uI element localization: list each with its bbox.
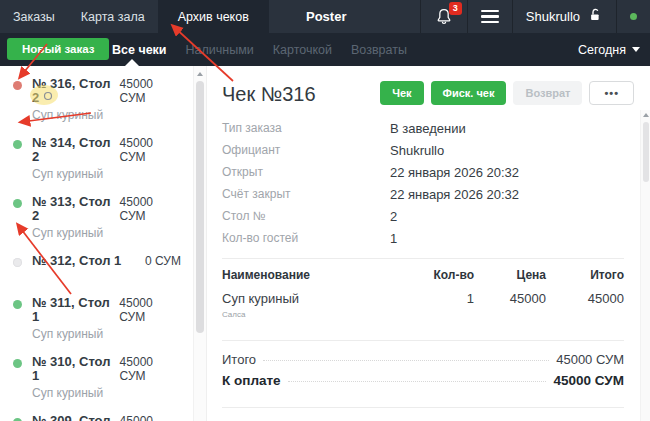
summary-row: К оплате 45000 СУМ: [222, 373, 624, 394]
receipt-info-row: Стол № 2: [222, 205, 624, 227]
scroll-up-arrow-icon[interactable]: [197, 72, 203, 76]
item-total: 45000: [546, 291, 624, 306]
receipt-number: № 310, Стол 1: [32, 355, 120, 383]
chevron-down-icon: [632, 47, 640, 52]
receipt-detail-scrollbar[interactable]: [640, 110, 650, 421]
receipt-status-dot: [13, 199, 22, 208]
more-options-button[interactable]: •••: [589, 81, 634, 105]
receipt-action-buttons: Чек Фиск. чек Возврат •••: [380, 81, 634, 105]
scrollbar-thumb[interactable]: [196, 81, 204, 333]
receipt-info-row: Кол-во гостей 1: [222, 227, 624, 249]
column-header-name: Наименование: [222, 268, 412, 282]
receipt-amount: 45000 СУМ: [120, 195, 181, 223]
receipt-list-item[interactable]: № 311, Стол 1 45000 СУМ Суп куриный: [0, 289, 191, 348]
receipt-number: № 312, Стол 1: [32, 254, 121, 268]
receipt-list-item[interactable]: № 309, Стол 1 45000 СУМ Суп куриный: [0, 407, 191, 421]
item-qty: 1: [412, 291, 474, 306]
active-filter-pointer: [125, 59, 139, 66]
receipt-number: № 309, Стол 1: [32, 414, 120, 421]
receipt-list-item[interactable]: № 316, Стол 2 45000 СУМ Суп куриный: [0, 70, 191, 129]
receipt-amount: 45000 СУМ: [120, 414, 181, 421]
receipt-status-dot: [13, 300, 22, 309]
items-table-header: Наименование Кол-во Цена Итого: [222, 268, 624, 282]
content-area: № 316, Стол 2 45000 СУМ Суп куриный № 31…: [0, 66, 650, 421]
info-value: 22 января 2026 20:32: [390, 187, 519, 202]
hamburger-menu-icon: [481, 10, 499, 24]
fiscal-check-button[interactable]: Фиск. чек: [431, 81, 507, 105]
summary-value: 45000 СУМ: [553, 373, 624, 388]
payment-section: Оплата Наличными 45000 СУМ: [222, 407, 624, 421]
item-modifier: Салса: [222, 310, 624, 319]
info-value: 22 января 2026 20:32: [390, 165, 519, 180]
receipt-list-item[interactable]: № 310, Стол 1 45000 СУМ Суп куриный: [0, 348, 191, 407]
receipt-list-panel: № 316, Стол 2 45000 СУМ Суп куриный № 31…: [0, 66, 207, 421]
receipt-detail-panel: Чек №316 Чек Фиск. чек Возврат ••• Тип з…: [207, 66, 650, 421]
info-label: Официант: [222, 143, 390, 157]
main-nav-tabs: ЗаказыКарта залаАрхив чеков: [0, 0, 269, 33]
receipt-list-item[interactable]: № 314, Стол 2 45000 СУМ Суп куриный: [0, 129, 191, 188]
item-name: Суп куриный: [222, 291, 412, 306]
topbar-tab[interactable]: Карта зала: [68, 0, 158, 33]
summary-label: К оплате: [222, 373, 281, 388]
new-order-button[interactable]: Новый заказ: [7, 38, 109, 60]
poster-logo: Poster: [306, 0, 346, 33]
receipt-number: № 311, Стол 1: [32, 296, 119, 324]
receipt-list-scrollbar[interactable]: [193, 66, 206, 421]
info-value: Shukrullo: [390, 143, 444, 158]
summary-value: 45000 СУМ: [556, 352, 624, 367]
top-navigation-bar: ЗаказыКарта залаАрхив чеков Poster 3 Shu…: [0, 0, 650, 33]
filter-tab[interactable]: Наличными: [186, 43, 254, 57]
receipt-info-list: Тип заказа В заведении Официант Shukrull…: [222, 117, 624, 249]
info-value: 1: [390, 231, 397, 246]
summary-label: Итого: [222, 352, 256, 367]
notification-badge: 3: [449, 2, 462, 15]
column-header-total: Итого: [546, 268, 624, 282]
receipt-status-dot: [13, 81, 22, 90]
column-header-price: Цена: [474, 268, 546, 282]
bell-icon: 3: [434, 7, 454, 27]
receipt-items-preview: Суп куриный: [32, 167, 181, 181]
summary-row: Итого 45000 СУМ: [222, 352, 624, 373]
receipt-status-dot: [13, 258, 22, 267]
receipt-list: № 316, Стол 2 45000 СУМ Суп куриный № 31…: [0, 70, 191, 421]
topbar-tab[interactable]: Заказы: [0, 0, 68, 33]
items-table-body: Суп куриный 1 45000 45000 Салса: [222, 291, 624, 319]
filter-tab[interactable]: Карточкой: [273, 43, 332, 57]
receipt-number: № 314, Стол 2: [32, 136, 120, 164]
filter-toolbar: Новый заказ Все чекиНаличнымиКарточкойВо…: [0, 33, 650, 66]
receipt-number: № 313, Стол 2: [32, 195, 120, 223]
receipt-amount: 45000 СУМ: [120, 77, 181, 105]
receipt-info-row: Тип заказа В заведении: [222, 117, 624, 139]
info-label: Стол №: [222, 209, 390, 223]
receipt-amount: 45000 СУМ: [119, 296, 181, 324]
unlocked-padlock-icon: [588, 7, 603, 27]
date-filter-label: Сегодня: [578, 43, 626, 57]
menu-button[interactable]: [467, 0, 512, 33]
receipt-number: № 316, Стол 2: [32, 77, 120, 105]
filter-tab[interactable]: Возвраты: [351, 43, 407, 57]
print-check-button[interactable]: Чек: [380, 81, 423, 105]
receipt-amount: 45000 СУМ: [120, 136, 181, 164]
filter-tab[interactable]: Все чеки: [112, 43, 167, 57]
scroll-up-arrow-icon[interactable]: [643, 113, 649, 117]
receipt-list-item[interactable]: № 313, Стол 2 45000 СУМ Суп куриный: [0, 188, 191, 247]
scrollbar-thumb[interactable]: [643, 122, 649, 182]
column-header-qty: Кол-во: [412, 268, 474, 282]
dotted-leader: [288, 381, 547, 382]
user-account-button[interactable]: Shukrullo: [512, 0, 616, 33]
receipt-info-row: Официант Shukrullo: [222, 139, 624, 161]
info-label: Тип заказа: [222, 121, 390, 135]
receipt-items-preview: Суп куриный: [32, 226, 181, 240]
user-name: Shukrullo: [526, 9, 580, 24]
info-value: 2: [390, 209, 397, 224]
receipt-items-table: Наименование Кол-во Цена Итого Суп курин…: [222, 258, 624, 319]
receipt-list-item[interactable]: № 312, Стол 1 0 СУМ: [0, 247, 191, 289]
receipt-amount: 45000 СУМ: [120, 355, 181, 383]
item-price: 45000: [474, 291, 546, 306]
date-filter-dropdown[interactable]: Сегодня: [578, 33, 640, 66]
topbar-tab[interactable]: Архив чеков: [158, 0, 269, 33]
notifications-button[interactable]: 3: [420, 0, 467, 33]
receipt-items-preview: Суп куриный: [32, 386, 181, 400]
info-label: Счёт закрыт: [222, 187, 390, 201]
refund-button[interactable]: Возврат: [513, 81, 582, 105]
